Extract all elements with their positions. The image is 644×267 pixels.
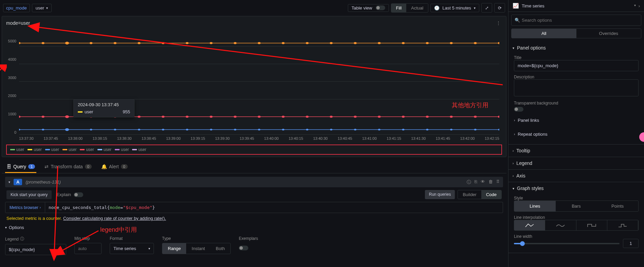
interp-smooth-button[interactable] xyxy=(545,220,576,230)
copy-icon[interactable]: ⎘ xyxy=(475,179,477,185)
type-both-button[interactable]: Both xyxy=(210,243,230,254)
panel-menu-button[interactable]: ⋮ xyxy=(495,19,502,27)
format-value: Time series xyxy=(113,246,136,251)
repeat-options-row[interactable]: ›Repeat options xyxy=(514,129,639,139)
tab-query-count: 1 xyxy=(28,164,35,169)
explain-toggle[interactable]: Explain xyxy=(56,192,83,197)
y-tick: 2000 xyxy=(3,94,18,98)
x-tick: 13:40:45 xyxy=(338,136,352,140)
x-tick: 13:39:45 xyxy=(239,136,254,140)
legend-item[interactable]: user xyxy=(97,147,111,152)
fill-button[interactable]: Fill xyxy=(391,4,407,12)
section-tooltip[interactable]: ›Tooltip xyxy=(508,145,644,157)
section-legend[interactable]: ›Legend xyxy=(508,157,644,169)
legend-item[interactable]: user xyxy=(80,147,94,152)
metrics-browser-button[interactable]: Metrics browser › xyxy=(5,202,45,213)
chart-area[interactable]: 5000 4000 3000 2000 1000 0 13:37:3 xyxy=(2,30,506,145)
exemplars-switch[interactable] xyxy=(239,246,248,250)
svg-point-65 xyxy=(498,129,499,130)
query-row-header[interactable]: ▾ A (prometheus-131) ⓘ ⎘ 👁 🗑 ⠿ xyxy=(5,177,503,187)
legend-item[interactable]: user xyxy=(132,147,146,152)
search-options-input[interactable] xyxy=(511,15,641,26)
svg-point-23 xyxy=(19,116,20,118)
title-field-input[interactable] xyxy=(514,60,639,71)
transform-icon: ⇄ xyxy=(44,164,49,169)
legend-item[interactable]: user xyxy=(28,147,41,152)
drag-handle-icon[interactable]: ⠿ xyxy=(496,179,500,185)
svg-point-33 xyxy=(258,116,261,118)
section-panel-options[interactable]: ▾Panel options xyxy=(508,42,644,54)
interpolation-segment[interactable] xyxy=(514,220,639,231)
builder-button[interactable]: Builder xyxy=(458,190,481,199)
variable-value-dropdown[interactable]: user ▾ xyxy=(32,4,52,12)
tab-transform[interactable]: ⇄ Transform data 0 xyxy=(43,161,93,173)
type-segment[interactable]: Range Instant Both xyxy=(162,243,231,254)
query-expression-input[interactable]: node_cpu_seconds_total{mode="$cpu_mode"} xyxy=(45,202,503,213)
tab-alert[interactable]: 🔔 Alert 0 xyxy=(100,161,129,173)
time-range-picker[interactable]: 🕘 Last 5 minutes ▾ xyxy=(430,4,479,12)
type-instant-button[interactable]: Instant xyxy=(186,243,210,254)
hint-fix-link[interactable]: Consider calculating rate of counter by … xyxy=(63,216,166,221)
style-bars-button[interactable]: Bars xyxy=(556,201,597,211)
legend-label: user xyxy=(138,147,146,152)
style-label: Style xyxy=(514,196,639,201)
trash-icon[interactable]: 🗑 xyxy=(488,179,493,185)
all-tab[interactable]: All xyxy=(512,29,576,38)
legend-item[interactable]: user xyxy=(45,147,59,152)
section-graph-styles[interactable]: ▾Graph styles xyxy=(508,182,644,194)
overrides-tab[interactable]: Overrides xyxy=(576,29,641,38)
tab-query[interactable]: 🗄 Query 1 xyxy=(5,161,36,173)
legend-color-icon xyxy=(28,149,32,150)
legend-item[interactable]: user xyxy=(115,147,129,152)
options-toggle[interactable]: ▾ Options xyxy=(5,224,503,231)
svg-point-45 xyxy=(19,129,20,130)
panel-links-row[interactable]: ›Panel links xyxy=(514,115,639,126)
tab-transform-count: 0 xyxy=(85,164,92,169)
transparent-switch[interactable] xyxy=(514,107,523,112)
eye-icon[interactable]: 👁 xyxy=(481,179,485,185)
style-segment[interactable]: Lines Bars Points xyxy=(514,201,639,212)
legend-item[interactable]: user xyxy=(10,147,24,152)
refresh-button[interactable]: ⟳ xyxy=(494,3,505,13)
chevron-down-icon[interactable]: ▾ xyxy=(634,3,636,8)
type-range-button[interactable]: Range xyxy=(162,243,186,254)
fill-actual-segment[interactable]: Fill Actual xyxy=(391,3,429,13)
actual-button[interactable]: Actual xyxy=(406,4,428,12)
x-tick: 13:40:15 xyxy=(289,136,303,140)
tab-alert-label: Alert xyxy=(109,164,119,169)
description-field-input[interactable] xyxy=(514,79,639,96)
format-select[interactable]: Time series ▾ xyxy=(110,243,154,254)
chevron-right-icon[interactable]: › xyxy=(639,3,640,8)
help-icon[interactable]: ⓘ xyxy=(467,179,471,185)
line-width-slider[interactable] xyxy=(514,243,620,244)
zoom-out-button[interactable]: ⤢ xyxy=(481,3,492,13)
svg-point-58 xyxy=(330,129,333,130)
svg-point-41 xyxy=(450,116,452,118)
style-lines-button[interactable]: Lines xyxy=(514,201,556,211)
hint-text: Selected metric is a counter. xyxy=(6,216,62,221)
legend-input[interactable] xyxy=(5,244,66,255)
x-tick: 13:37:45 xyxy=(43,136,58,140)
interp-linear-button[interactable] xyxy=(514,220,545,230)
variable-name-chip[interactable]: cpu_mode xyxy=(3,4,30,12)
run-queries-button[interactable]: Run queries xyxy=(425,190,455,199)
legend-item[interactable]: user xyxy=(62,147,76,152)
x-tick: 13:37:30 xyxy=(19,136,34,140)
table-view-toggle[interactable]: Table view xyxy=(348,4,389,12)
line-width-value[interactable]: 1 xyxy=(623,239,639,248)
section-axis[interactable]: ›Axis xyxy=(508,170,644,182)
svg-point-48 xyxy=(90,129,92,130)
code-button[interactable]: Code xyxy=(481,190,501,199)
minstep-input[interactable] xyxy=(74,243,102,254)
svg-point-47 xyxy=(65,128,69,131)
style-points-button[interactable]: Points xyxy=(597,201,638,211)
viz-picker-header[interactable]: 📈 Time series ▾ › xyxy=(508,0,644,12)
tooltip-value: 955 xyxy=(123,109,130,114)
svg-point-14 xyxy=(330,42,333,44)
kickstart-button[interactable]: Kick start your query xyxy=(6,190,52,199)
all-overrides-segment[interactable]: All Overrides xyxy=(511,28,641,38)
svg-point-43 xyxy=(498,116,499,118)
interp-step-after-button[interactable] xyxy=(607,220,638,230)
interp-step-before-button[interactable] xyxy=(576,220,607,230)
type-label: Type xyxy=(162,236,231,241)
